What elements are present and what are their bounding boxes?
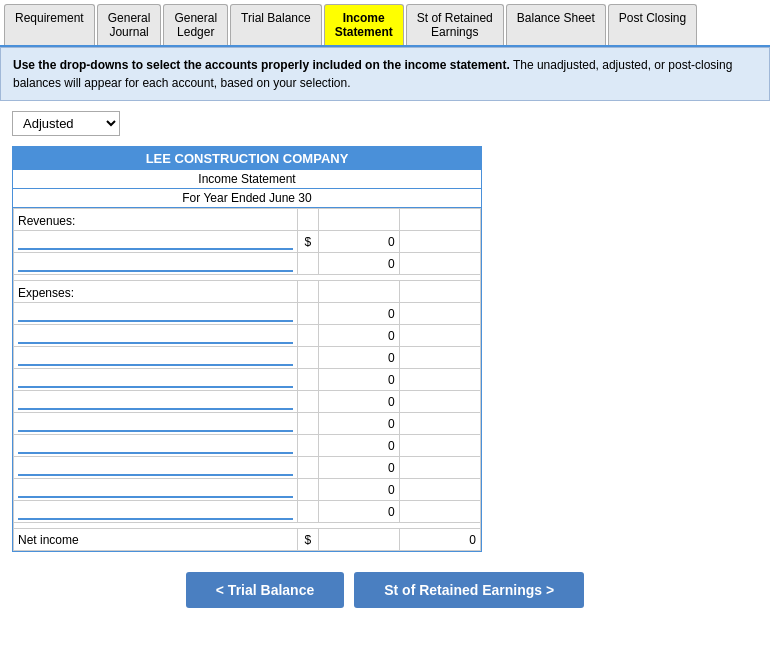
balance-type-dropdown[interactable]: Unadjusted Adjusted Post-Closing [12,111,120,136]
expense-account-5-input[interactable] [18,394,293,410]
revenue-account-1-input[interactable] [18,234,293,250]
info-bold: Use the drop-downs to select the account… [13,58,510,72]
tab-general-journal[interactable]: GeneralJournal [97,4,162,45]
revenues-label: Revenues: [14,209,298,231]
revenue-row-1: $ 0 [14,231,481,253]
dropdown-row: Unadjusted Adjusted Post-Closing [12,111,758,136]
tab-balance-sheet[interactable]: Balance Sheet [506,4,606,45]
tab-income-statement[interactable]: IncomeStatement [324,4,404,45]
tab-trial-balance[interactable]: Trial Balance [230,4,322,45]
content-area: Unadjusted Adjusted Post-Closing LEE CON… [0,101,770,638]
net-income-value: 0 [399,529,480,551]
revenue-account-2-input[interactable] [18,256,293,272]
tab-requirement[interactable]: Requirement [4,4,95,45]
nav-buttons: < Trial Balance St of Retained Earnings … [12,572,758,628]
expense-account-4-input[interactable] [18,372,293,388]
net-income-label: Net income [14,529,298,551]
tab-st-retained-earnings[interactable]: St of RetainedEarnings [406,4,504,45]
expense-row-5: 0 [14,391,481,413]
expense-account-7-input[interactable] [18,438,293,454]
tab-general-ledger[interactable]: GeneralLedger [163,4,228,45]
expense-row-2: 0 [14,325,481,347]
expense-row-10: 0 [14,501,481,523]
net-income-dollar: $ [298,529,318,551]
company-name: LEE CONSTRUCTION COMPANY [13,147,481,170]
expense-row-8: 0 [14,457,481,479]
revenues-section-label: Revenues: [14,209,481,231]
expense-row-4: 0 [14,369,481,391]
expenses-label: Expenses: [14,281,298,303]
info-banner: Use the drop-downs to select the account… [0,47,770,101]
revenue-row-2: 0 [14,253,481,275]
expense-row-6: 0 [14,413,481,435]
tab-post-closing[interactable]: Post Closing [608,4,697,45]
tab-bar: Requirement GeneralJournal GeneralLedger… [0,0,770,47]
expense-row-3: 0 [14,347,481,369]
net-income-row: Net income $ 0 [14,529,481,551]
expense-account-2-input[interactable] [18,328,293,344]
expense-row-1: 0 [14,303,481,325]
statement-period: For Year Ended June 30 [13,189,481,208]
expense-account-1-input[interactable] [18,306,293,322]
statement-container: LEE CONSTRUCTION COMPANY Income Statemen… [12,146,482,552]
expense-row-9: 0 [14,479,481,501]
expense-account-9-input[interactable] [18,482,293,498]
statement-table: Revenues: $ 0 0 [13,208,481,551]
expense-account-10-input[interactable] [18,504,293,520]
statement-title: Income Statement [13,170,481,189]
revenue-dollar-1: $ [298,231,318,253]
expense-account-8-input[interactable] [18,460,293,476]
expense-account-3-input[interactable] [18,350,293,366]
expense-account-6-input[interactable] [18,416,293,432]
next-button[interactable]: St of Retained Earnings > [354,572,584,608]
expense-row-7: 0 [14,435,481,457]
prev-button[interactable]: < Trial Balance [186,572,344,608]
expenses-section-label: Expenses: [14,281,481,303]
